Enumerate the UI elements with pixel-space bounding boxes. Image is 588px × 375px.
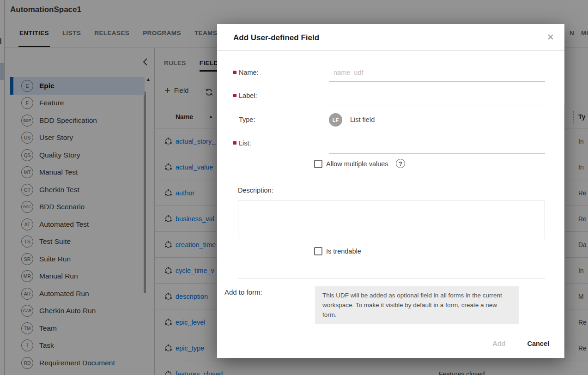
is-trendable-checkbox[interactable] xyxy=(314,247,322,255)
name-input-underline xyxy=(329,81,545,82)
dialog-header: Add User-defined Field ✕ xyxy=(217,24,564,51)
add-button[interactable]: Add xyxy=(492,340,505,347)
label-input[interactable] xyxy=(329,105,545,105)
required-marker xyxy=(233,94,236,97)
list-input[interactable] xyxy=(329,153,545,154)
is-trendable-label: Is trendable xyxy=(326,248,361,255)
name-field-label: Name: xyxy=(239,69,259,76)
dialog-footer: Add Cancel xyxy=(217,329,564,358)
description-textarea[interactable] xyxy=(238,200,545,239)
type-field-label: Type: xyxy=(239,116,255,123)
name-input[interactable]: name_udf xyxy=(333,69,364,76)
dialog-title: Add User-defined Field xyxy=(233,33,319,42)
add-udf-dialog: Add User-defined Field ✕ Name: name_udf … xyxy=(217,24,564,358)
type-select[interactable]: List field xyxy=(350,116,375,123)
help-icon[interactable]: ? xyxy=(396,159,405,168)
form-section-divider xyxy=(238,278,545,279)
close-icon[interactable]: ✕ xyxy=(547,32,554,42)
add-to-form-label: Add to form: xyxy=(224,288,262,296)
allow-multiple-values-checkbox[interactable] xyxy=(314,160,322,168)
cancel-button[interactable]: Cancel xyxy=(527,340,549,347)
list-field-label: List: xyxy=(239,139,251,147)
allow-multiple-values-label: Allow multiple values xyxy=(326,160,388,168)
description-label: Description: xyxy=(238,187,273,194)
list-field-type-chip: LF xyxy=(329,113,342,127)
add-to-form-info: This UDF will be added as optional field… xyxy=(315,286,519,324)
required-marker xyxy=(233,141,236,145)
label-field-label: Label: xyxy=(239,92,257,99)
type-select-underline xyxy=(329,130,545,130)
required-marker xyxy=(233,71,236,74)
